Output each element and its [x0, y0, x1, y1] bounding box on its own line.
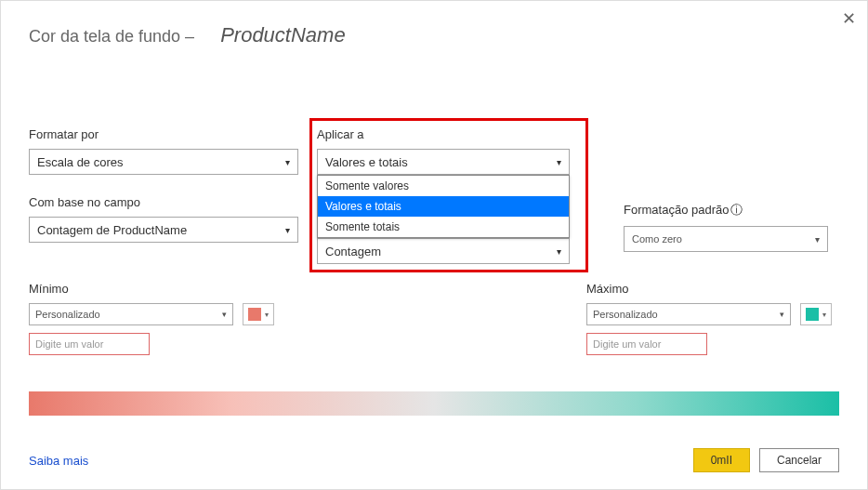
apply-to-option[interactable]: Somente valores	[318, 176, 569, 196]
dialog-header: Cor da tela de fundo – ProductName	[1, 1, 867, 47]
apply-to-option[interactable]: Somente totais	[318, 217, 569, 237]
minimum-color-swatch	[248, 308, 261, 321]
based-on-select[interactable]: Contagem de ProductName ▾	[29, 217, 298, 243]
apply-to-dropdown[interactable]: Somente valores Valores e totais Somente…	[317, 175, 570, 238]
format-by-value: Escala de cores	[37, 155, 124, 169]
dialog-field: ProductName	[220, 23, 346, 47]
maximum-color-swatch	[806, 308, 819, 321]
chevron-down-icon: ▾	[557, 246, 561, 257]
based-on-label: Com base no campo	[29, 195, 298, 209]
maximum-label: Máximo	[586, 282, 832, 296]
chevron-down-icon: ▾	[822, 311, 826, 319]
chevron-down-icon: ▾	[285, 157, 290, 167]
default-fmt-select[interactable]: Como zero ▾	[624, 226, 828, 252]
chevron-down-icon: ▾	[780, 310, 784, 319]
minimum-mode-value: Personalizado	[35, 309, 100, 320]
chevron-down-icon: ▾	[815, 234, 820, 245]
color-gradient-preview	[29, 391, 839, 416]
learn-more-link[interactable]: Saiba mais	[29, 454, 88, 468]
default-fmt-label: Formatação padrãoⓘ	[624, 202, 828, 219]
maximum-color-picker[interactable]: ▾	[800, 303, 832, 325]
format-by-label: Formatar por	[29, 127, 298, 141]
maximum-mode-value: Personalizado	[593, 309, 658, 320]
apply-to-value: Valores e totais	[325, 155, 408, 169]
ok-button[interactable]: 0mII	[693, 448, 750, 472]
info-icon[interactable]: ⓘ	[730, 203, 743, 217]
format-by-select[interactable]: Escala de cores ▾	[29, 149, 298, 175]
minimum-label: Mínimo	[29, 282, 274, 296]
summarization-select[interactable]: Contagem ▾	[317, 238, 570, 264]
chevron-down-icon: ▾	[265, 311, 269, 319]
apply-to-label: Aplicar a	[317, 127, 585, 141]
close-icon[interactable]: ✕	[842, 8, 856, 29]
minimum-color-picker[interactable]: ▾	[243, 303, 274, 325]
summarization-value: Contagem	[325, 245, 381, 258]
chevron-down-icon: ▾	[285, 225, 290, 235]
based-on-value: Contagem de ProductName	[37, 223, 187, 237]
maximum-value-input[interactable]	[586, 333, 707, 355]
default-fmt-value: Como zero	[632, 233, 682, 245]
chevron-down-icon: ▾	[557, 157, 561, 167]
chevron-down-icon: ▾	[222, 310, 227, 319]
minimum-mode-select[interactable]: Personalizado ▾	[29, 303, 233, 325]
minimum-value-input[interactable]	[29, 333, 150, 355]
cancel-button[interactable]: Cancelar	[759, 448, 839, 472]
apply-to-select[interactable]: Valores e totais ▾	[317, 149, 570, 175]
dialog-title: Cor da tela de fundo –	[29, 27, 194, 46]
apply-to-option[interactable]: Valores e totais	[318, 196, 569, 217]
maximum-mode-select[interactable]: Personalizado ▾	[586, 303, 791, 325]
